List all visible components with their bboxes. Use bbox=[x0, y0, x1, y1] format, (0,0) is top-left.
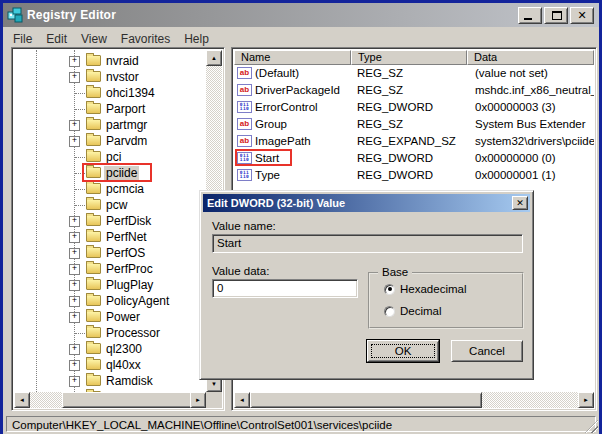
tree-item-policyagent[interactable]: +PolicyAgent bbox=[14, 293, 206, 309]
expand-icon[interactable]: + bbox=[69, 344, 80, 355]
radio-decimal[interactable]: Decimal bbox=[384, 305, 442, 317]
tree-item-processor[interactable]: Processor bbox=[14, 325, 206, 341]
string-value-icon: ab bbox=[237, 135, 252, 147]
scrollbar-thumb[interactable] bbox=[250, 392, 482, 408]
tree-item-nvstor[interactable]: +nvstor bbox=[14, 69, 206, 85]
focus-rectangle bbox=[371, 344, 435, 358]
tree-item-power[interactable]: +Power bbox=[14, 309, 206, 325]
expand-icon[interactable]: + bbox=[69, 120, 80, 131]
tree-item-ql2300[interactable]: +ql2300 bbox=[14, 341, 206, 357]
scroll-right-button[interactable]: ► bbox=[190, 392, 206, 408]
value-name-field[interactable]: Start bbox=[212, 234, 523, 253]
radio-button-icon[interactable] bbox=[384, 284, 395, 295]
scroll-up-button[interactable]: ▲ bbox=[206, 50, 222, 66]
tree-item-perfproc[interactable]: +PerfProc bbox=[14, 261, 206, 277]
folder-icon bbox=[86, 71, 101, 82]
menu-favorites[interactable]: Favorites bbox=[114, 31, 177, 47]
list-horizontal-scrollbar[interactable]: ◄ ► bbox=[234, 392, 594, 408]
menu-file[interactable]: File bbox=[6, 31, 39, 47]
tree-item-nvraid[interactable]: +nvraid bbox=[14, 53, 206, 69]
maximize-button[interactable] bbox=[544, 7, 568, 24]
tree-item-ql40xx[interactable]: +ql40xx bbox=[14, 357, 206, 373]
folder-icon bbox=[86, 375, 101, 386]
column-header-type[interactable]: Type bbox=[351, 50, 467, 65]
scroll-right-button[interactable]: ► bbox=[578, 392, 594, 408]
value-data-input[interactable]: 0 bbox=[212, 279, 358, 298]
tree-item-pcw[interactable]: pcw bbox=[14, 197, 206, 213]
expand-icon[interactable]: + bbox=[69, 216, 80, 227]
folder-icon bbox=[86, 327, 101, 338]
folder-icon bbox=[86, 103, 101, 114]
string-value-icon: ab bbox=[237, 118, 252, 130]
expand-icon[interactable]: + bbox=[69, 136, 80, 147]
expand-icon[interactable]: + bbox=[69, 248, 80, 259]
folder-icon bbox=[86, 231, 101, 242]
value-data-label: Value data: bbox=[212, 265, 269, 277]
folder-icon bbox=[86, 87, 101, 98]
maximize-icon bbox=[552, 11, 562, 20]
tree-horizontal-scrollbar[interactable]: ◄ ► bbox=[14, 392, 206, 408]
menu-view[interactable]: View bbox=[74, 31, 114, 47]
radio-hexadecimal[interactable]: Hexadecimal bbox=[384, 283, 466, 295]
expand-icon[interactable]: + bbox=[69, 56, 80, 67]
folder-icon bbox=[86, 55, 101, 66]
value-row-imagepath[interactable]: ab ImagePath REG_EXPAND_SZ system32\driv… bbox=[234, 133, 594, 150]
expand-icon[interactable]: + bbox=[69, 312, 80, 323]
folder-icon bbox=[86, 151, 101, 162]
value-row-start[interactable]: 011110 Start REG_DWORD 0x00000000 (0) bbox=[234, 150, 594, 167]
expand-icon[interactable]: + bbox=[69, 264, 80, 275]
status-path: Computer\HKEY_LOCAL_MACHINE\Offline\Cont… bbox=[6, 416, 596, 432]
value-row-errorcontrol[interactable]: 011110 ErrorControl REG_DWORD 0x00000003… bbox=[234, 99, 594, 116]
value-row-default[interactable]: ab (Default) REG_SZ (value not set) bbox=[234, 65, 594, 82]
radio-button-icon[interactable] bbox=[384, 306, 395, 317]
expand-icon[interactable]: + bbox=[69, 376, 80, 387]
value-row-group[interactable]: ab Group REG_SZ System Bus Extender bbox=[234, 116, 594, 133]
column-header-name[interactable]: Name bbox=[234, 50, 351, 65]
close-button[interactable]: ✕ bbox=[570, 7, 594, 24]
scroll-left-button[interactable]: ◄ bbox=[14, 392, 30, 408]
value-name-label: Value name: bbox=[212, 220, 276, 232]
dialog-close-button[interactable]: ✕ bbox=[512, 196, 528, 210]
registry-editor-window: Registry Editor ✕ File Edit View Favorit… bbox=[0, 0, 602, 434]
tree-item-plugplay[interactable]: +PlugPlay bbox=[14, 277, 206, 293]
folder-icon bbox=[86, 119, 101, 130]
ok-button[interactable]: OK bbox=[367, 340, 439, 362]
annotation-box-start bbox=[235, 149, 292, 166]
scrollbar-thumb[interactable] bbox=[62, 392, 192, 408]
string-value-icon: ab bbox=[237, 84, 252, 96]
tree-item-perfos[interactable]: +PerfOS bbox=[14, 245, 206, 261]
expand-icon[interactable]: + bbox=[69, 296, 80, 307]
tree-item-perfdisk[interactable]: +PerfDisk bbox=[14, 213, 206, 229]
expand-icon[interactable]: + bbox=[69, 280, 80, 291]
tree-item-parvdm[interactable]: +Parvdm bbox=[14, 133, 206, 149]
tree-item-partmgr[interactable]: +partmgr bbox=[14, 117, 206, 133]
cancel-button[interactable]: Cancel bbox=[451, 340, 523, 362]
menu-help[interactable]: Help bbox=[177, 31, 216, 47]
expand-icon[interactable]: + bbox=[69, 232, 80, 243]
base-groupbox-label: Base bbox=[378, 266, 412, 278]
menubar: File Edit View Favorites Help bbox=[6, 30, 596, 47]
scroll-left-button[interactable]: ◄ bbox=[234, 392, 250, 408]
tree-item-parport[interactable]: Parport bbox=[14, 101, 206, 117]
menu-edit[interactable]: Edit bbox=[39, 31, 74, 47]
statusbar: Computer\HKEY_LOCAL_MACHINE\Offline\Cont… bbox=[3, 414, 599, 434]
base-groupbox: Base Hexadecimal Decimal bbox=[368, 272, 524, 329]
annotation-box-pciide bbox=[82, 163, 152, 182]
value-row-driverpackageid[interactable]: ab DriverPackageId REG_SZ mshdc.inf_x86_… bbox=[234, 82, 594, 99]
close-icon: ✕ bbox=[516, 199, 524, 208]
tree-item-ohci1394[interactable]: ohci1394 bbox=[14, 85, 206, 101]
folder-icon bbox=[86, 343, 101, 354]
value-row-type[interactable]: 011110 Type REG_DWORD 0x00000001 (1) bbox=[234, 167, 594, 184]
tree-item-perfnet[interactable]: +PerfNet bbox=[14, 229, 206, 245]
edit-dword-dialog: Edit DWORD (32-bit) Value ✕ Value name: … bbox=[199, 190, 534, 380]
folder-icon bbox=[86, 183, 101, 194]
tree-item-ramdisk[interactable]: +Ramdisk bbox=[14, 373, 206, 389]
minimize-button[interactable] bbox=[518, 7, 542, 24]
expand-icon[interactable]: + bbox=[69, 72, 80, 83]
column-header-data[interactable]: Data bbox=[467, 50, 594, 65]
folder-icon bbox=[86, 199, 101, 210]
expand-icon[interactable]: + bbox=[69, 360, 80, 371]
tree-item-pcmcia[interactable]: pcmcia bbox=[14, 181, 206, 197]
window-title: Registry Editor bbox=[27, 8, 116, 22]
tree-item-pciide[interactable]: pciide bbox=[14, 165, 206, 181]
